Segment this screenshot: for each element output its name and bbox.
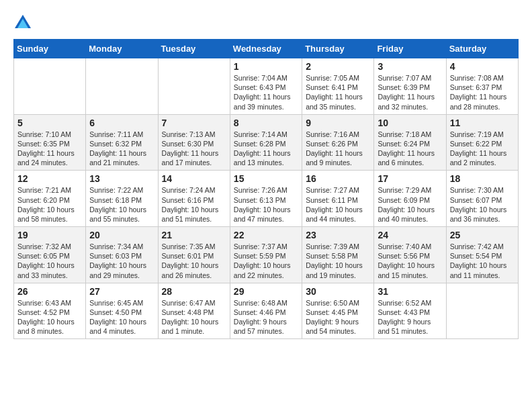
- calendar-cell: 15Sunrise: 7:26 AM Sunset: 6:13 PM Dayli…: [230, 171, 302, 227]
- calendar-cell: 19Sunrise: 7:32 AM Sunset: 6:05 PM Dayli…: [14, 227, 86, 283]
- day-number: 31: [378, 286, 442, 297]
- day-info: Sunrise: 6:52 AM Sunset: 4:43 PM Dayligh…: [378, 298, 442, 336]
- day-info: Sunrise: 7:11 AM Sunset: 6:32 PM Dayligh…: [89, 130, 154, 168]
- day-number: 30: [306, 286, 370, 297]
- logo-icon: [13, 13, 32, 32]
- day-info: Sunrise: 6:45 AM Sunset: 4:50 PM Dayligh…: [89, 298, 154, 336]
- day-info: Sunrise: 7:05 AM Sunset: 6:41 PM Dayligh…: [306, 73, 370, 111]
- calendar-cell: 17Sunrise: 7:29 AM Sunset: 6:09 PM Dayli…: [374, 171, 446, 227]
- calendar-cell: 28Sunrise: 6:47 AM Sunset: 4:48 PM Dayli…: [158, 283, 230, 339]
- day-number: 14: [162, 173, 226, 184]
- day-info: Sunrise: 7:39 AM Sunset: 5:58 PM Dayligh…: [306, 242, 370, 280]
- day-number: 2: [306, 61, 370, 72]
- calendar-cell: 14Sunrise: 7:24 AM Sunset: 6:16 PM Dayli…: [158, 171, 230, 227]
- calendar-cell: 16Sunrise: 7:27 AM Sunset: 6:11 PM Dayli…: [302, 171, 374, 227]
- calendar-cell: 9Sunrise: 7:16 AM Sunset: 6:26 PM Daylig…: [302, 114, 374, 171]
- calendar-cell: [14, 58, 86, 115]
- day-number: 8: [234, 118, 298, 128]
- col-header-sunday: Sunday: [14, 40, 86, 58]
- day-info: Sunrise: 7:07 AM Sunset: 6:39 PM Dayligh…: [378, 73, 442, 111]
- day-number: 27: [89, 286, 154, 297]
- day-number: 20: [89, 230, 154, 240]
- calendar-cell: 2Sunrise: 7:05 AM Sunset: 6:41 PM Daylig…: [302, 58, 374, 115]
- day-number: 25: [450, 230, 515, 240]
- day-info: Sunrise: 7:14 AM Sunset: 6:28 PM Dayligh…: [234, 130, 298, 168]
- col-header-thursday: Thursday: [302, 40, 374, 58]
- day-number: 19: [17, 230, 82, 240]
- day-number: 16: [306, 173, 370, 184]
- calendar-cell: 29Sunrise: 6:48 AM Sunset: 4:46 PM Dayli…: [230, 283, 302, 339]
- day-info: Sunrise: 7:19 AM Sunset: 6:22 PM Dayligh…: [450, 130, 515, 168]
- calendar-cell: 31Sunrise: 6:52 AM Sunset: 4:43 PM Dayli…: [374, 283, 446, 339]
- day-number: 28: [162, 286, 226, 297]
- calendar-cell: 7Sunrise: 7:13 AM Sunset: 6:30 PM Daylig…: [158, 114, 230, 171]
- col-header-wednesday: Wednesday: [230, 40, 302, 58]
- calendar-cell: 10Sunrise: 7:18 AM Sunset: 6:24 PM Dayli…: [374, 114, 446, 171]
- calendar-cell: 11Sunrise: 7:19 AM Sunset: 6:22 PM Dayli…: [446, 114, 518, 171]
- day-info: Sunrise: 6:50 AM Sunset: 4:45 PM Dayligh…: [306, 298, 370, 336]
- calendar-cell: 20Sunrise: 7:34 AM Sunset: 6:03 PM Dayli…: [86, 227, 158, 283]
- calendar-cell: [86, 58, 158, 115]
- day-number: 26: [17, 286, 82, 297]
- page: SundayMondayTuesdayWednesdayThursdayFrid…: [0, 0, 532, 346]
- day-info: Sunrise: 7:10 AM Sunset: 6:35 PM Dayligh…: [17, 130, 82, 168]
- day-info: Sunrise: 7:22 AM Sunset: 6:18 PM Dayligh…: [89, 185, 154, 224]
- day-number: 12: [17, 173, 82, 184]
- day-number: 10: [378, 118, 442, 128]
- day-info: Sunrise: 7:04 AM Sunset: 6:43 PM Dayligh…: [234, 73, 298, 111]
- day-info: Sunrise: 7:29 AM Sunset: 6:09 PM Dayligh…: [378, 185, 442, 224]
- calendar-cell: 8Sunrise: 7:14 AM Sunset: 6:28 PM Daylig…: [230, 114, 302, 171]
- calendar-cell: [446, 283, 518, 339]
- day-number: 6: [89, 118, 154, 128]
- day-info: Sunrise: 7:24 AM Sunset: 6:16 PM Dayligh…: [162, 185, 226, 224]
- day-number: 17: [378, 173, 442, 184]
- logo: [13, 13, 35, 32]
- calendar-cell: 5Sunrise: 7:10 AM Sunset: 6:35 PM Daylig…: [14, 114, 86, 171]
- col-header-monday: Monday: [86, 40, 158, 58]
- calendar-cell: 22Sunrise: 7:37 AM Sunset: 5:59 PM Dayli…: [230, 227, 302, 283]
- calendar-cell: 6Sunrise: 7:11 AM Sunset: 6:32 PM Daylig…: [86, 114, 158, 171]
- calendar-week-row: 5Sunrise: 7:10 AM Sunset: 6:35 PM Daylig…: [14, 114, 519, 171]
- day-info: Sunrise: 7:21 AM Sunset: 6:20 PM Dayligh…: [17, 185, 82, 224]
- day-info: Sunrise: 7:16 AM Sunset: 6:26 PM Dayligh…: [306, 130, 370, 168]
- day-number: 7: [162, 118, 226, 128]
- day-info: Sunrise: 7:34 AM Sunset: 6:03 PM Dayligh…: [89, 242, 154, 280]
- calendar-cell: 25Sunrise: 7:42 AM Sunset: 5:54 PM Dayli…: [446, 227, 518, 283]
- day-info: Sunrise: 7:13 AM Sunset: 6:30 PM Dayligh…: [162, 130, 226, 168]
- day-number: 11: [450, 118, 515, 128]
- day-info: Sunrise: 7:32 AM Sunset: 6:05 PM Dayligh…: [17, 242, 82, 280]
- day-number: 3: [378, 61, 442, 72]
- calendar-cell: 12Sunrise: 7:21 AM Sunset: 6:20 PM Dayli…: [14, 171, 86, 227]
- calendar-cell: [158, 58, 230, 115]
- day-info: Sunrise: 6:47 AM Sunset: 4:48 PM Dayligh…: [162, 298, 226, 336]
- day-info: Sunrise: 7:37 AM Sunset: 5:59 PM Dayligh…: [234, 242, 298, 280]
- day-info: Sunrise: 7:26 AM Sunset: 6:13 PM Dayligh…: [234, 185, 298, 224]
- calendar-cell: 18Sunrise: 7:30 AM Sunset: 6:07 PM Dayli…: [446, 171, 518, 227]
- calendar-cell: 26Sunrise: 6:43 AM Sunset: 4:52 PM Dayli…: [14, 283, 86, 339]
- calendar-week-row: 19Sunrise: 7:32 AM Sunset: 6:05 PM Dayli…: [14, 227, 519, 283]
- calendar-week-row: 1Sunrise: 7:04 AM Sunset: 6:43 PM Daylig…: [14, 58, 519, 115]
- calendar-cell: 3Sunrise: 7:07 AM Sunset: 6:39 PM Daylig…: [374, 58, 446, 115]
- day-number: 15: [234, 173, 298, 184]
- day-info: Sunrise: 6:48 AM Sunset: 4:46 PM Dayligh…: [234, 298, 298, 336]
- day-number: 1: [234, 61, 298, 72]
- col-header-friday: Friday: [374, 40, 446, 58]
- calendar-week-row: 26Sunrise: 6:43 AM Sunset: 4:52 PM Dayli…: [14, 283, 519, 339]
- calendar-cell: 1Sunrise: 7:04 AM Sunset: 6:43 PM Daylig…: [230, 58, 302, 115]
- day-info: Sunrise: 7:18 AM Sunset: 6:24 PM Dayligh…: [378, 130, 442, 168]
- day-number: 23: [306, 230, 370, 240]
- calendar-cell: 4Sunrise: 7:08 AM Sunset: 6:37 PM Daylig…: [446, 58, 518, 115]
- calendar-cell: 24Sunrise: 7:40 AM Sunset: 5:56 PM Dayli…: [374, 227, 446, 283]
- calendar: SundayMondayTuesdayWednesdayThursdayFrid…: [13, 39, 519, 339]
- day-info: Sunrise: 7:27 AM Sunset: 6:11 PM Dayligh…: [306, 185, 370, 224]
- day-number: 18: [450, 173, 515, 184]
- day-number: 24: [378, 230, 442, 240]
- day-number: 22: [234, 230, 298, 240]
- calendar-cell: 21Sunrise: 7:35 AM Sunset: 6:01 PM Dayli…: [158, 227, 230, 283]
- day-number: 29: [234, 286, 298, 297]
- col-header-saturday: Saturday: [446, 40, 518, 58]
- day-info: Sunrise: 7:08 AM Sunset: 6:37 PM Dayligh…: [450, 73, 515, 111]
- calendar-cell: 30Sunrise: 6:50 AM Sunset: 4:45 PM Dayli…: [302, 283, 374, 339]
- calendar-header-row: SundayMondayTuesdayWednesdayThursdayFrid…: [14, 40, 519, 58]
- day-number: 5: [17, 118, 82, 128]
